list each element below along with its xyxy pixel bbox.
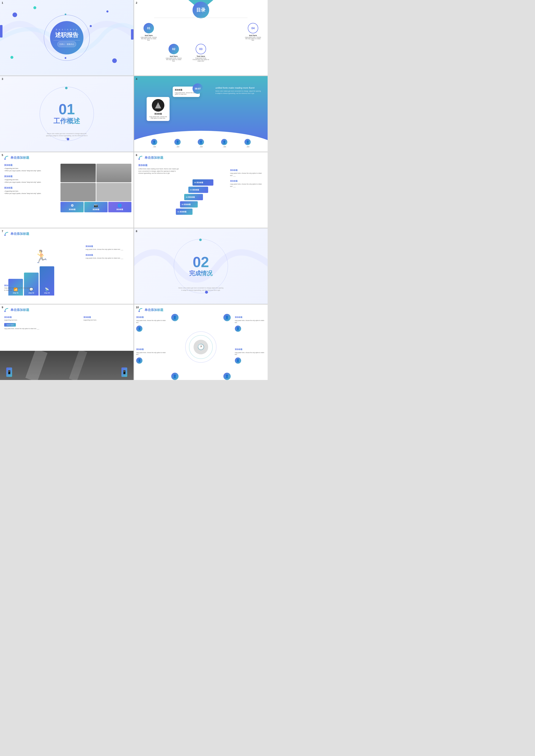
aerial-photo-container: 📱 📱	[0, 351, 133, 380]
left-bar	[0, 25, 3, 38]
slide-6: 6 单击添加标题 添加标题 unified fonts make reading…	[134, 152, 268, 228]
road-overlay	[0, 351, 133, 380]
step-05: 05 添加标题	[192, 179, 213, 185]
right-bar	[131, 29, 133, 40]
item-br: 添加标题 copy paste fonts. choose the only o…	[235, 348, 266, 378]
slide9-title: 单击添加标题	[11, 308, 29, 312]
caption-2: 📷 添加标题	[84, 202, 107, 212]
svg-point-1	[138, 158, 140, 160]
person-circle-tr: 👤	[223, 314, 231, 321]
circle-04: 04	[248, 23, 258, 33]
step-block-2: 💬 step 02	[24, 272, 39, 295]
step-02: 02 添加标题	[180, 201, 198, 208]
dot-circle-top	[65, 87, 68, 89]
big-label: 工作概述	[53, 117, 80, 126]
slide10-content: 添加标题 copy paste fonts. choose the only o…	[136, 316, 266, 378]
dot-tr	[106, 11, 108, 13]
big-number-8: 02	[189, 255, 212, 269]
main-content: 01 工作概述	[53, 102, 80, 126]
items-container: 01 text here copy paste fonts. choose th…	[134, 21, 268, 75]
slide7-header: 单击添加标题	[4, 232, 29, 236]
slide5-title: 单击添加标题	[11, 156, 29, 160]
card-left-image	[152, 99, 164, 112]
slide-number-7: 7	[2, 230, 3, 233]
slide7-title: 单击添加标题	[11, 232, 29, 236]
list-title-2: 添加标题	[4, 175, 46, 178]
info-block-2: 添加标题 copy paste fonts. choose the only o…	[86, 254, 127, 260]
subtitle: 主讲人：道格办公	[57, 41, 76, 47]
slide6-main-text: 添加标题 unified fonts make reading more flu…	[138, 164, 180, 175]
slide10-header: 单击添加标题	[138, 308, 163, 312]
slide-9: 9 单击添加标题 添加标题 supporting text here. +tex…	[0, 304, 133, 380]
slide6-header: 单击添加标题	[138, 155, 163, 160]
slide6-main-title: 添加标题	[138, 164, 180, 167]
step-label-3: step 03	[44, 292, 50, 294]
item-04: 04 text here copy paste fonts. choose th…	[245, 23, 261, 41]
slide9-left: 添加标题 supporting text here. +text here co…	[4, 316, 50, 330]
business-label: b u s i n e s s	[56, 28, 78, 31]
slide6-right-desc: 添加标题 copy paste fonts. choose the only o…	[230, 169, 264, 191]
step-04: 04 添加标题	[188, 187, 208, 193]
inner-circle: b u s i n e s s 述职报告 主讲人：道格办公	[50, 21, 83, 54]
icon-label-2: ...text	[176, 146, 179, 148]
slide-7: 7 单击添加标题 🏃 📶 step 01 💬 step 02 📡 step 03	[0, 228, 133, 304]
header-swirl-icon-10	[138, 308, 143, 312]
item-tl-title: 添加标题	[136, 316, 167, 319]
list-bullets-3: • Supporting text here.• When you copy &…	[4, 190, 46, 195]
dot-tl	[13, 13, 17, 17]
desc-01: copy paste fonts. choose the only option…	[140, 37, 157, 41]
item-02: 02 text here copy paste fonts. choose th…	[165, 44, 182, 62]
person-icon-2: 👤	[174, 139, 181, 145]
slide-number-3: 3	[2, 77, 3, 80]
icon-item-1: 👤 ...text	[151, 139, 157, 148]
person-icon-1: 👤	[151, 139, 157, 145]
label-01: text here	[140, 34, 157, 37]
header-swirl-icon-9	[4, 308, 9, 312]
runner-figure: 🏃	[33, 249, 49, 264]
timer-badge: 58:07	[192, 83, 203, 94]
header-swirl-icon-7	[4, 232, 9, 236]
list-item-1: 添加标题 • Supporting text here.• When you c…	[4, 164, 46, 172]
icon-item-5: 👤 ...text	[244, 139, 251, 148]
slide5-header: 单击添加标题	[4, 155, 29, 160]
slide3-desc: theme color makes ppt more convenient to…	[46, 133, 88, 139]
svg-line-4	[31, 351, 42, 380]
label-02: text here	[165, 55, 182, 57]
item-tr: 添加标题 copy paste fonts. choose the only o…	[235, 316, 266, 346]
desc-02: copy paste fonts. choose the only option…	[165, 57, 182, 62]
icon-item-3: 👤 ...text	[198, 139, 204, 148]
center-clock: 🕐	[194, 340, 208, 354]
left-item-text: supporting text here.	[4, 319, 50, 321]
step-icon-3: 📡	[45, 287, 49, 291]
card-left-title: 添加标题	[149, 113, 167, 115]
label-04: text here	[245, 34, 261, 37]
list-bullets-1: • Supporting text here.• When you copy &…	[4, 167, 46, 172]
unified-desc: theme color makes ppt more convenient to…	[215, 90, 261, 95]
left-item-title: 添加标题	[4, 316, 50, 319]
item-bl: 添加标题 copy paste fonts. choose the only o…	[136, 348, 167, 378]
slide-3: 3 01 工作概述 theme color makes ppt more con…	[0, 76, 133, 152]
info-text-2: copy paste fonts. choose the only option…	[86, 257, 127, 260]
svg-point-3	[4, 311, 6, 312]
photo-4	[97, 183, 132, 202]
divider	[53, 40, 80, 41]
header-swirl-icon-6	[138, 155, 143, 160]
info-block-1: 添加标题 copy paste fonts. choose the only o…	[86, 245, 127, 251]
photo-1	[61, 164, 96, 182]
title-text: 目录	[196, 7, 206, 13]
desc-title-1: 添加标题	[230, 169, 264, 172]
svg-line-5	[73, 351, 83, 380]
slide-number-8: 8	[136, 230, 137, 233]
header-swirl-icon	[4, 155, 9, 160]
circle-02: 02	[169, 44, 179, 54]
circle-03: 03	[196, 44, 206, 54]
circle-01: 01	[144, 23, 154, 33]
photo-2	[97, 164, 132, 182]
desc-04: copy paste fonts. choose the only option…	[245, 37, 261, 41]
item-tr-text: copy paste fonts. choose the only option…	[235, 320, 266, 324]
unified-title: unified fonts make reading more fluent	[215, 87, 261, 89]
person-icon-3: 👤	[198, 139, 204, 145]
item-bl-title: 添加标题	[136, 348, 167, 351]
icon-label-4: ...text	[222, 146, 226, 148]
left-title: 添加标题	[4, 284, 31, 287]
